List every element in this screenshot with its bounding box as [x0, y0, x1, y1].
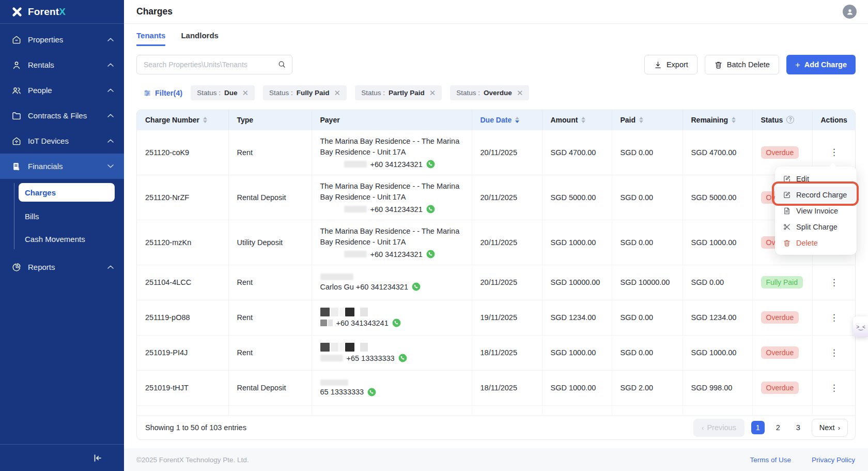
cell-charge-number: 251120-mzKn	[137, 220, 228, 265]
search-input[interactable]	[136, 55, 292, 74]
help-icon[interactable]: ?	[786, 116, 794, 124]
cell-paid: SGD 2.00	[612, 370, 683, 405]
menu-item-edit[interactable]: Edit	[775, 171, 857, 187]
table-row: 251120-NrZF Rental Deposit The Marina Ba…	[137, 175, 856, 220]
cell-type: Rent	[228, 130, 312, 175]
sidebar-item-properties[interactable]: Properties	[0, 27, 124, 52]
page-button-2[interactable]: 2	[771, 421, 785, 434]
page-button-3[interactable]: 3	[792, 421, 805, 434]
export-button[interactable]: Export	[644, 55, 698, 74]
sidebar-item-iot-devices[interactable]: IoT Devices	[0, 128, 124, 154]
next-page-button[interactable]: Next ›	[812, 419, 848, 437]
folder-icon	[11, 111, 22, 121]
person-icon	[11, 60, 22, 70]
cell-charge-number: 251019-tHJT	[137, 370, 228, 405]
menu-item-record-charge[interactable]: Record Charge	[775, 187, 857, 203]
column-paid[interactable]: Paid	[612, 110, 683, 130]
column-remaining[interactable]: Remaining	[683, 110, 752, 130]
finance-icon: $	[11, 161, 22, 172]
payer-phone: +60 341343241	[336, 319, 389, 327]
cell-due-date: 18/11/2025	[472, 370, 542, 405]
cell-actions: ⋮	[812, 335, 856, 370]
content: TenantsLandlords Export	[124, 31, 868, 440]
chevron-up-icon	[107, 63, 114, 67]
row-actions-button[interactable]: ⋮	[825, 381, 844, 396]
sidebar-item-financials[interactable]: $ Financials	[0, 154, 124, 179]
column-due-date[interactable]: Due Date	[472, 110, 542, 130]
redacted-name	[320, 274, 353, 280]
svg-text:$: $	[17, 167, 19, 171]
row-actions-button[interactable]: ⋮	[825, 345, 844, 360]
cell-payer: Carlos Gu +60 341234321	[312, 265, 472, 300]
sidebar-subitem-bills[interactable]: Bills	[0, 205, 124, 227]
chevron-left-icon: ‹	[702, 424, 704, 432]
cell-amount: SGD 1234.00	[542, 300, 612, 335]
previous-page-button[interactable]: ‹ Previous	[693, 419, 745, 437]
sidebar-subitem-charges[interactable]: Charges	[19, 183, 115, 202]
table-row: 251119-pO88 Rent +60 341343241 19/11/202…	[137, 300, 856, 335]
footer-link-privacy-policy[interactable]: Privacy Policy	[812, 456, 855, 464]
column-type: Type	[228, 110, 312, 130]
cell-charge-number: 251119-pO88	[137, 300, 228, 335]
user-avatar[interactable]	[843, 5, 857, 19]
footer-link-terms-of-use[interactable]: Terms of Use	[750, 456, 791, 464]
status-badge: Fully Paid	[761, 276, 803, 288]
pagination-summary: Showing 1 to 50 of 103 entries	[145, 423, 693, 432]
cell-status: Overdue	[752, 300, 812, 335]
page-button-1[interactable]: 1	[751, 421, 765, 434]
filter-label: Filter(4)	[155, 89, 182, 97]
table-row: 251019-tHJT Rental Deposit 65 13333333 1…	[137, 370, 856, 405]
whatsapp-icon[interactable]	[392, 318, 401, 327]
remove-chip-icon[interactable]: ✕	[429, 88, 436, 98]
chevron-up-icon	[107, 139, 114, 143]
whatsapp-icon[interactable]	[426, 205, 435, 214]
sidebar-subitem-cash-movements[interactable]: Cash Movements	[0, 227, 124, 250]
menu-item-split-charge[interactable]: Split Charge	[775, 219, 857, 235]
sidebar-item-contracts-files[interactable]: Contracts & Files	[0, 103, 124, 128]
assistant-widget[interactable]: >‿<	[853, 316, 868, 337]
tab-tenants[interactable]: Tenants	[136, 31, 165, 46]
remove-chip-icon[interactable]: ✕	[517, 88, 523, 98]
cell-paid: SGD 0.00	[612, 130, 683, 175]
sort-icon[interactable]	[515, 117, 519, 124]
column-charge-number[interactable]: Charge Number	[137, 110, 228, 130]
sort-icon[interactable]	[581, 117, 585, 124]
tab-landlords[interactable]: Landlords	[181, 31, 219, 46]
brand-logo[interactable]: ForentX	[0, 0, 124, 24]
whatsapp-icon[interactable]	[367, 388, 376, 397]
column-amount[interactable]: Amount	[542, 110, 612, 130]
remove-chip-icon[interactable]: ✕	[334, 88, 341, 98]
whatsapp-icon[interactable]	[426, 160, 435, 169]
whatsapp-icon[interactable]	[412, 282, 421, 291]
search-icon[interactable]	[277, 60, 286, 69]
cell-type: Rent	[228, 265, 312, 300]
sidebar-item-people[interactable]: People	[0, 78, 124, 103]
whatsapp-icon[interactable]	[426, 250, 435, 259]
sort-icon[interactable]	[203, 117, 207, 124]
filter-chip-partly-paid: Status : Partly Paid ✕	[355, 85, 442, 100]
sort-icon[interactable]	[732, 117, 736, 124]
cell-actions: ⋮	[812, 265, 856, 300]
invoice-icon	[783, 207, 791, 215]
assistant-face-icon: >‿<	[856, 324, 865, 330]
menu-item-delete[interactable]: Delete	[775, 235, 857, 251]
menu-item-view-invoice[interactable]: View Invoice	[775, 203, 857, 219]
whatsapp-icon[interactable]	[398, 354, 407, 362]
charges-table: Charge NumberTypePayerDue DateAmountPaid…	[137, 110, 856, 415]
sidebar-item-rentals[interactable]: Rentals	[0, 52, 124, 78]
payer-phone: Carlos Gu +60 341234321	[320, 283, 409, 291]
redacted-name	[344, 251, 367, 257]
filter-button[interactable]: Filter(4)	[136, 89, 182, 97]
cell-charge-number: 251120-coK9	[137, 130, 228, 175]
sort-icon[interactable]	[639, 117, 643, 124]
table-row-partial	[137, 405, 856, 415]
add-charge-button[interactable]: + Add Charge	[786, 55, 856, 74]
sidebar-item-reports[interactable]: Reports	[0, 254, 124, 280]
row-actions-button[interactable]: ⋮	[825, 275, 844, 290]
row-actions-button[interactable]: ⋮	[825, 145, 844, 160]
row-actions-button[interactable]: ⋮	[825, 310, 844, 325]
collapse-sidebar-icon[interactable]	[92, 452, 103, 464]
sidebar-footer	[0, 444, 124, 471]
batch-delete-button[interactable]: Batch Delete	[705, 55, 779, 74]
remove-chip-icon[interactable]: ✕	[242, 88, 249, 98]
